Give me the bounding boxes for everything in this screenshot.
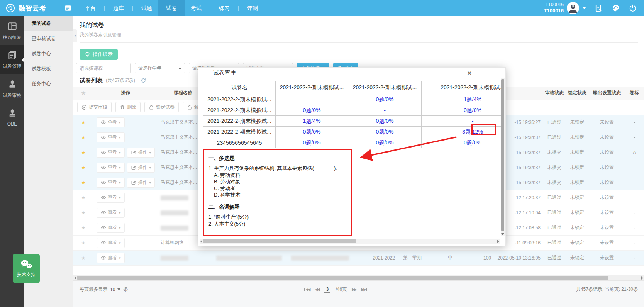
view-button[interactable]: 查看▾ (97, 193, 125, 203)
avatar[interactable]: ? (567, 2, 579, 14)
first-page-button[interactable]: ◀◀ (304, 287, 310, 292)
theme-palette-icon[interactable] (612, 4, 620, 12)
page-number-input[interactable]: 3 (324, 287, 331, 293)
nav-item-练习[interactable]: 练习 (214, 0, 235, 16)
tips-button[interactable]: 操作提示 (80, 49, 118, 60)
prev-page-button[interactable]: ◀◀ (315, 287, 319, 292)
star-filled-icon[interactable]: ★ (73, 145, 93, 160)
view-button[interactable]: 查看▾ (97, 238, 125, 248)
sidebar-item-OBE[interactable]: OBE (0, 103, 24, 131)
star-empty-icon[interactable]: ★ (73, 205, 93, 220)
modal-vertical-scrollbar[interactable] (501, 78, 505, 236)
paper-label-cell: - (625, 175, 644, 190)
scrollbar-thumb[interactable] (501, 79, 504, 231)
scrollbar-thumb[interactable] (77, 276, 608, 280)
duplicate-ratio-cell[interactable]: 0题/0% (422, 105, 502, 116)
star-empty-icon[interactable]: ★ (73, 220, 93, 235)
submenu-item-已审核试卷[interactable]: 已审核试卷 (24, 31, 73, 46)
submenu-item-试卷中心[interactable]: 试卷中心 (24, 46, 73, 61)
duplicate-ratio-cell[interactable]: - (348, 105, 422, 116)
view-button[interactable]: 查看▾ (97, 117, 125, 127)
eye-icon (100, 240, 106, 245)
tech-support-button[interactable]: 技术支持 (13, 254, 40, 283)
page-horizontal-scrollbar[interactable] (73, 275, 644, 281)
scroll-down-icon[interactable] (501, 233, 504, 235)
paper-label-cell: - (625, 115, 644, 130)
duplicate-ratio-cell[interactable]: 1题/4% (422, 94, 502, 105)
submenu-item-我的试卷[interactable]: 我的试卷 (24, 16, 73, 31)
scrollbar-thumb[interactable] (203, 239, 356, 243)
star-filled-icon[interactable]: ★ (73, 160, 93, 175)
nav-item-试题[interactable]: 试题 (136, 0, 158, 16)
scroll-right-icon[interactable] (497, 240, 499, 243)
refresh-icon[interactable] (141, 78, 146, 83)
star-empty-icon[interactable]: ★ (73, 190, 93, 205)
duplicate-ratio-cell[interactable]: 0题/0% (348, 127, 422, 137)
duplicate-ratio-cell[interactable]: 0题/0% (348, 94, 422, 105)
user-block[interactable]: T100016 T100016 ? (544, 2, 586, 14)
redacted-text (216, 256, 282, 261)
duplicate-ratio-cell[interactable]: 1题/4% (276, 116, 348, 127)
submenu-item-任务中心[interactable]: 任务中心 (24, 76, 73, 92)
duplicate-ratio-cell[interactable]: 0题/0% (276, 127, 348, 137)
sidebar-item-试卷管理[interactable]: 试卷管理 (0, 45, 24, 74)
view-button[interactable]: 查看▾ (97, 253, 125, 263)
next-page-button[interactable]: ▶▶ (352, 287, 356, 292)
chevron-down-icon: ▾ (119, 256, 121, 260)
nav-item-题库[interactable]: 题库 (108, 0, 129, 16)
duplicate-ratio-cell[interactable]: 0题/0% (276, 137, 348, 148)
duplicate-ratio-cell[interactable]: 0题/0% (422, 137, 502, 148)
question-line: B. 劳动对象 (208, 178, 347, 185)
nav-item-试卷[interactable]: 试卷 (158, 0, 185, 16)
view-button[interactable]: 查看▾ (97, 223, 125, 233)
course-filter-input[interactable] (76, 63, 131, 73)
last-page-button[interactable]: ▶▶ (361, 287, 367, 292)
sidebar-collapse-handle[interactable]: ‹ (73, 29, 77, 42)
nav-item-评测[interactable]: 评测 (242, 0, 263, 16)
view-button[interactable]: 查看▾ (97, 132, 125, 142)
view-button[interactable]: 查看▾ (97, 178, 125, 188)
view-button[interactable]: 查看▾ (97, 208, 125, 218)
star-filled-icon[interactable]: ★ (73, 130, 93, 145)
sidebar-item-label: 试卷审核 (1, 92, 24, 99)
scroll-left-icon[interactable] (74, 276, 76, 280)
per-page-select[interactable]: 10 (110, 287, 120, 292)
sidebar-item-试卷审核[interactable]: 试卷审核 (0, 74, 24, 103)
锁定试卷-button[interactable]: 锁定试卷 (144, 102, 179, 112)
nav-item-平台[interactable]: 平台 (80, 0, 101, 16)
duplicate-ratio-cell[interactable]: - (276, 94, 348, 105)
user-menu-caret-icon[interactable] (582, 7, 586, 9)
star-filled-icon[interactable]: ★ (73, 175, 93, 190)
sidebar-item-抽题组卷[interactable]: 抽题组卷 (0, 16, 24, 45)
删除-button[interactable]: 删除 (115, 102, 141, 112)
lock-status-cell: 未锁定 (565, 145, 589, 160)
svg-text:?: ? (597, 6, 599, 10)
help-icon[interactable]: ? (595, 4, 603, 12)
chevron-down-icon: ▾ (149, 166, 151, 170)
view-button[interactable]: 查看▾ (97, 163, 125, 173)
operate-button[interactable]: 操作▾ (127, 163, 155, 173)
duplicate-ratio-cell[interactable]: 0题/0% (276, 105, 348, 116)
duplicate-ratio-cell[interactable]: 0题/0% (348, 116, 422, 127)
star-filled-icon[interactable]: ★ (73, 115, 93, 130)
提交审核-button[interactable]: 提交审核 (77, 102, 112, 112)
submenu-item-试卷模板[interactable]: 试卷模板 (24, 61, 73, 76)
modal-horizontal-scrollbar[interactable] (200, 239, 500, 244)
star-empty-icon[interactable]: ★ (73, 235, 93, 250)
scroll-right-icon[interactable] (641, 276, 643, 280)
scroll-left-icon[interactable] (200, 240, 202, 243)
logout-power-icon[interactable] (629, 4, 637, 12)
row-action-label: 查看 (108, 254, 117, 261)
question-line: D. 科学技术 (208, 192, 347, 198)
duplicate-ratio-cell[interactable]: 0题/0% (348, 137, 422, 148)
edit-icon (131, 180, 136, 185)
pagination-bar: 每页最多显示 10 条 ◀◀ ◀◀ 3 /46页 ▶▶ ▶▶ 共457条记录, … (73, 281, 644, 298)
menu-toggle-icon[interactable] (64, 4, 72, 12)
view-button[interactable]: 查看▾ (97, 148, 125, 158)
year-filter-select[interactable]: 请选择学年 (135, 63, 185, 73)
star-empty-icon[interactable]: ★ (73, 250, 93, 265)
close-icon[interactable]: × (467, 68, 472, 78)
operate-button[interactable]: 操作▾ (127, 148, 155, 158)
nav-item-考试[interactable]: 考试 (185, 0, 207, 16)
operate-button[interactable]: 操作▾ (127, 178, 155, 188)
